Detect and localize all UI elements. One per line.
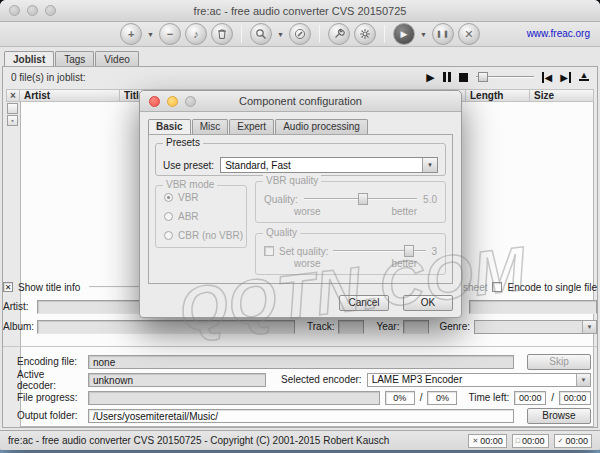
cd-rip-menu-caret-icon[interactable]: ▼ bbox=[277, 31, 284, 38]
component-configuration-dialog: Component configuration Basic Misc Exper… bbox=[139, 90, 462, 318]
skip-button[interactable]: Skip bbox=[527, 354, 591, 370]
seek-slider[interactable] bbox=[476, 72, 534, 82]
track-field[interactable] bbox=[338, 320, 364, 334]
abr-radio-label: ABR bbox=[178, 211, 199, 222]
encoding-file-label: Encoding file: bbox=[17, 356, 83, 367]
file-progress-bar bbox=[88, 391, 380, 405]
pause-icon[interactable] bbox=[443, 72, 451, 82]
select-none-checkbox[interactable] bbox=[7, 103, 18, 114]
time-box-2: □00:00 bbox=[512, 434, 549, 448]
dialog-footer: Cancel OK bbox=[140, 295, 461, 311]
encode-single-file-checkbox[interactable] bbox=[492, 282, 502, 292]
freac-website-link[interactable]: www.freac.org bbox=[527, 28, 590, 39]
joblist-count: 0 file(s) in joblist: bbox=[11, 72, 85, 83]
previous-track-icon[interactable]: ◀ bbox=[542, 72, 553, 83]
magnifier-icon bbox=[255, 28, 267, 40]
window-controls bbox=[9, 5, 56, 16]
pause-encoding-icon[interactable]: ❚❚ bbox=[432, 23, 454, 45]
play-icon[interactable]: ▶ bbox=[426, 72, 434, 83]
start-encoding-menu-caret-icon[interactable]: ▼ bbox=[420, 31, 427, 38]
cancel-button[interactable]: Cancel bbox=[339, 295, 389, 311]
column-size[interactable]: Size bbox=[530, 89, 594, 102]
cddb-submit-icon[interactable] bbox=[289, 23, 311, 45]
status-bar: fre:ac - free audio converter CVS 201507… bbox=[0, 430, 600, 450]
window-title: fre:ac - free audio converter CVS 201507… bbox=[194, 5, 407, 17]
next-track-icon[interactable]: ▶ bbox=[560, 72, 571, 83]
dialog-tab-misc[interactable]: Misc bbox=[192, 119, 229, 134]
dialog-close-icon[interactable] bbox=[149, 96, 160, 107]
status-times: ✕00:00 □00:00 ✓00:00 bbox=[468, 434, 592, 448]
browse-button[interactable]: Browse bbox=[527, 408, 591, 424]
dialog-titlebar[interactable]: Component configuration bbox=[140, 91, 461, 112]
playlist-icon[interactable]: ♪ bbox=[185, 23, 207, 45]
check-icon: ✓ bbox=[558, 437, 564, 445]
zoom-window-icon[interactable] bbox=[45, 5, 56, 16]
column-length[interactable]: Length bbox=[466, 89, 530, 102]
genre-combobox[interactable]: ▼ bbox=[474, 320, 597, 334]
year-field[interactable] bbox=[403, 320, 429, 334]
configure-gear-icon[interactable] bbox=[354, 23, 376, 45]
settings-wrench-icon[interactable] bbox=[328, 23, 350, 45]
vbr-quality-group: VBR quality Quality: 5.0 worse better bbox=[255, 181, 446, 223]
show-title-info-checkbox[interactable]: ✕ bbox=[3, 282, 13, 292]
dialog-minimize-icon[interactable] bbox=[167, 96, 178, 107]
selected-encoder-value: LAME MP3 Encoder bbox=[368, 374, 463, 385]
better-label: better bbox=[391, 258, 417, 269]
toolbar: + ▼ − ♪ ▼ ▶ ▼ ❚❚ ✕ www.freac.org bbox=[0, 22, 600, 47]
cbr-radio[interactable] bbox=[164, 231, 173, 240]
toggle-selection-checkbox[interactable]: ▪ bbox=[7, 115, 18, 126]
album-field[interactable] bbox=[37, 320, 295, 334]
clear-joblist-icon[interactable] bbox=[211, 23, 233, 45]
add-files-icon[interactable]: + bbox=[120, 23, 142, 45]
main-titlebar[interactable]: fre:ac - free audio converter CVS 201507… bbox=[0, 0, 600, 22]
use-preset-value: Standard, Fast bbox=[225, 160, 291, 171]
start-encoding-icon[interactable]: ▶ bbox=[393, 23, 415, 45]
dialog-tab-basic[interactable]: Basic bbox=[148, 119, 191, 135]
stop-encoding-icon[interactable]: ✕ bbox=[458, 23, 480, 45]
cd-rip-icon[interactable] bbox=[250, 23, 272, 45]
minimize-window-icon[interactable] bbox=[27, 5, 38, 16]
vbr-radio[interactable] bbox=[164, 193, 173, 202]
toolbar-separator bbox=[384, 25, 385, 43]
dialog-tab-audio-processing[interactable]: Audio processing bbox=[275, 119, 368, 134]
stop-icon[interactable] bbox=[459, 73, 468, 82]
square-icon: □ bbox=[516, 437, 520, 444]
slash-separator: / bbox=[420, 392, 423, 403]
main-tabbar: Joblist Tags Video bbox=[0, 47, 600, 67]
output-folder-field[interactable]: /Users/yosemiteretail/Music/ bbox=[88, 409, 514, 423]
set-quality-checkbox[interactable] bbox=[264, 246, 274, 256]
column-artist[interactable]: Artist bbox=[20, 89, 120, 102]
remove-files-icon[interactable]: − bbox=[159, 23, 181, 45]
eject-icon[interactable]: ▲ bbox=[579, 73, 589, 81]
tab-tags[interactable]: Tags bbox=[55, 51, 94, 67]
vbr-mode-group: VBR mode VBR ABR CBR (no VBR) bbox=[155, 185, 247, 248]
dialog-window-controls bbox=[149, 96, 196, 107]
dialog-tab-expert[interactable]: Expert bbox=[229, 119, 274, 134]
use-preset-combobox[interactable]: Standard, Fast ▼ bbox=[220, 157, 438, 173]
encoding-file-field: none bbox=[88, 355, 514, 369]
selected-encoder-combobox[interactable]: LAME MP3 Encoder ▼ bbox=[367, 373, 591, 387]
quality-slider[interactable] bbox=[333, 245, 426, 257]
vbr-quality-slider[interactable] bbox=[304, 193, 417, 205]
encoding-section: Encoding file: none Skip Active decoder:… bbox=[3, 346, 597, 430]
joblist-bar: 0 file(s) in joblist: ▶ ◀ ▶ ▲ bbox=[3, 67, 597, 87]
chevron-down-icon[interactable]: ▼ bbox=[422, 158, 437, 172]
add-files-menu-caret-icon[interactable]: ▼ bbox=[147, 31, 154, 38]
slash-separator: / bbox=[551, 392, 554, 403]
dialog-zoom-icon[interactable] bbox=[185, 96, 196, 107]
abr-radio[interactable] bbox=[164, 212, 173, 221]
close-window-icon[interactable] bbox=[9, 5, 20, 16]
chevron-down-icon[interactable]: ▼ bbox=[576, 374, 590, 386]
encode-single-file-label: Encode to single file bbox=[507, 282, 597, 293]
tab-video[interactable]: Video bbox=[95, 51, 138, 67]
worse-label: worse bbox=[294, 258, 321, 269]
quality-legend: Quality bbox=[263, 227, 300, 238]
ok-button[interactable]: OK bbox=[403, 295, 453, 311]
column-select-all-icon[interactable]: × bbox=[6, 89, 20, 102]
x-icon: ✕ bbox=[472, 437, 478, 445]
title-field[interactable] bbox=[469, 300, 597, 314]
time-left-b: 00:00 bbox=[559, 391, 591, 405]
status-text: fre:ac - free audio converter CVS 201507… bbox=[8, 435, 389, 446]
chevron-down-icon[interactable]: ▼ bbox=[582, 321, 596, 333]
artist-label: Artist: bbox=[3, 301, 33, 312]
